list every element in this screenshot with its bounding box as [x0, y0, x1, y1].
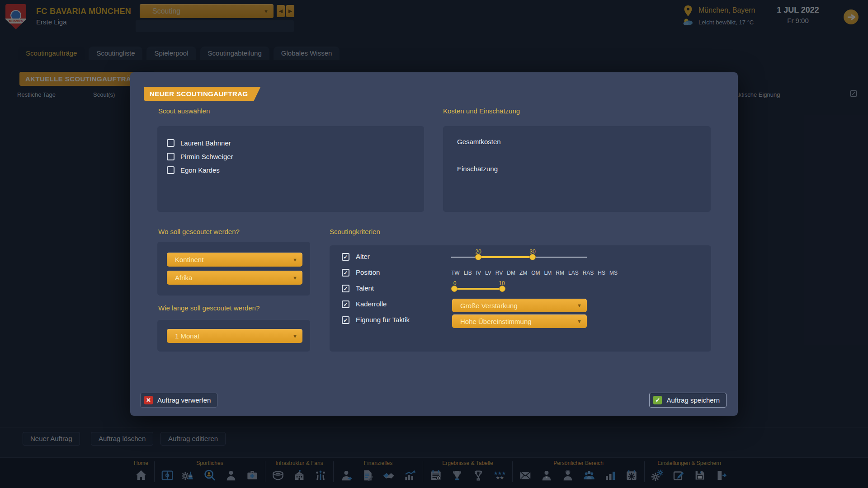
scout-name: Pirmin Schweiger	[180, 153, 233, 160]
app-root: München FC BAVARIA MÜNCHEN Erste Liga Sc…	[0, 0, 868, 488]
position-option[interactable]: LIB	[464, 270, 472, 276]
scout-name: Egon Kardes	[180, 166, 220, 174]
age-range-slider[interactable]: 20 30	[451, 252, 587, 263]
position-option[interactable]: MS	[609, 270, 618, 276]
position-option[interactable]: RM	[556, 270, 564, 276]
duration-dropdown[interactable]: 1 Monat ▼	[167, 329, 302, 343]
tactic-criterion-label: Eignung für Taktik	[356, 316, 410, 324]
scout-section-heading: Scout auswählen	[158, 107, 210, 115]
position-option[interactable]: OM	[531, 270, 540, 276]
duration-section-heading: Wie lange soll gescoutet werden?	[158, 304, 259, 312]
position-option[interactable]: DM	[507, 270, 515, 276]
chevron-down-icon: ▼	[577, 319, 582, 324]
chevron-down-icon: ▼	[292, 257, 297, 263]
duration-panel: 1 Monat ▼	[157, 320, 310, 352]
region-dropdown[interactable]: Afrika ▼	[167, 271, 302, 285]
talent-range-slider[interactable]: 0 10	[451, 283, 505, 294]
role-criterion-label: Kaderrolle	[356, 300, 387, 308]
where-panel: Kontinent ▼ Afrika ▼	[157, 242, 310, 296]
cost-panel: Gesamtkosten Einschätzung	[443, 126, 711, 212]
new-scouting-order-modal: NEUER SCOUTINGAUFTRAG Scout auswählen La…	[130, 72, 738, 416]
talent-max-handle[interactable]	[499, 286, 505, 292]
scout-list-item[interactable]: Pirmin Schweiger	[167, 150, 424, 163]
checkbox-checked-icon[interactable]: ✓	[342, 316, 349, 324]
role-value: Große Verstärkung	[460, 302, 518, 310]
cross-icon: ✕	[144, 396, 153, 404]
scout-list-item[interactable]: Laurent Bahnner	[167, 136, 424, 150]
age-max-value: 30	[529, 249, 535, 255]
position-option[interactable]: RAS	[583, 270, 594, 276]
checkbox-unchecked-icon[interactable]	[167, 166, 175, 174]
duration-value: 1 Monat	[175, 332, 199, 340]
position-option[interactable]: ZM	[519, 270, 527, 276]
role-dropdown[interactable]: Große Verstärkung ▼	[452, 299, 587, 312]
position-option[interactable]: RV	[495, 270, 503, 276]
talent-min-value: 0	[453, 280, 457, 286]
scope-value: Kontinent	[175, 256, 203, 263]
scout-list-item[interactable]: Egon Kardes	[167, 163, 424, 177]
age-min-handle[interactable]	[475, 254, 481, 260]
chevron-down-icon: ▼	[292, 333, 297, 339]
discard-order-button[interactable]: ✕ Auftrag verwerfen	[140, 393, 217, 408]
total-cost-label: Gesamtkosten	[457, 138, 501, 145]
position-option[interactable]: IV	[476, 270, 481, 276]
scout-list-panel: Laurent Bahnner Pirmin Schweiger Egon Ka…	[157, 126, 424, 212]
talent-criterion-label: Talent	[356, 284, 374, 292]
slider-active-range	[453, 288, 504, 290]
cost-section-heading: Kosten und Einschätzung	[443, 107, 520, 115]
slider-active-range	[478, 256, 533, 258]
check-icon: ✓	[653, 396, 662, 404]
talent-min-handle[interactable]	[451, 286, 458, 292]
position-option[interactable]: TW	[451, 270, 460, 276]
save-order-button[interactable]: ✓ Auftrag speichern	[649, 393, 726, 408]
age-min-value: 20	[475, 249, 481, 255]
checkbox-checked-icon[interactable]: ✓	[342, 253, 349, 261]
chevron-down-icon: ▼	[577, 303, 582, 308]
position-options: TW LIB IV LV RV DM ZM OM LM RM LAS RAS H…	[451, 270, 618, 276]
checkbox-checked-icon[interactable]: ✓	[342, 269, 349, 277]
region-value: Afrika	[175, 274, 192, 282]
modal-title-badge: NEUER SCOUTINGAUFTRAG	[144, 87, 261, 101]
where-section-heading: Wo soll gescoutet werden?	[158, 228, 240, 235]
position-option[interactable]: LM	[544, 270, 552, 276]
position-option[interactable]: LAS	[568, 270, 579, 276]
checkbox-unchecked-icon[interactable]	[167, 153, 175, 160]
position-option[interactable]: HS	[598, 270, 605, 276]
discard-order-label: Auftrag verwerfen	[157, 396, 211, 404]
age-criterion-label: Alter	[356, 253, 370, 260]
criteria-panel: ✓ Alter 20 30 ✓ Position TW LIB IV LV RV…	[330, 245, 711, 352]
position-option[interactable]: LV	[485, 270, 491, 276]
tactic-dropdown[interactable]: Hohe Übereinstimmung ▼	[452, 314, 587, 328]
scope-dropdown[interactable]: Kontinent ▼	[167, 253, 302, 267]
tactic-value: Hohe Übereinstimmung	[460, 318, 532, 325]
checkbox-checked-icon[interactable]: ✓	[342, 285, 349, 292]
save-order-label: Auftrag speichern	[666, 396, 720, 404]
estimate-label: Einschätzung	[457, 165, 498, 173]
scout-name: Laurent Bahnner	[180, 139, 231, 147]
checkbox-checked-icon[interactable]: ✓	[342, 300, 349, 308]
talent-max-value: 10	[499, 280, 505, 286]
age-max-handle[interactable]	[529, 254, 536, 260]
checkbox-unchecked-icon[interactable]	[167, 139, 175, 147]
criteria-section-heading: Scoutingkriterien	[330, 228, 380, 235]
position-criterion-label: Position	[356, 268, 380, 276]
chevron-down-icon: ▼	[292, 275, 297, 281]
